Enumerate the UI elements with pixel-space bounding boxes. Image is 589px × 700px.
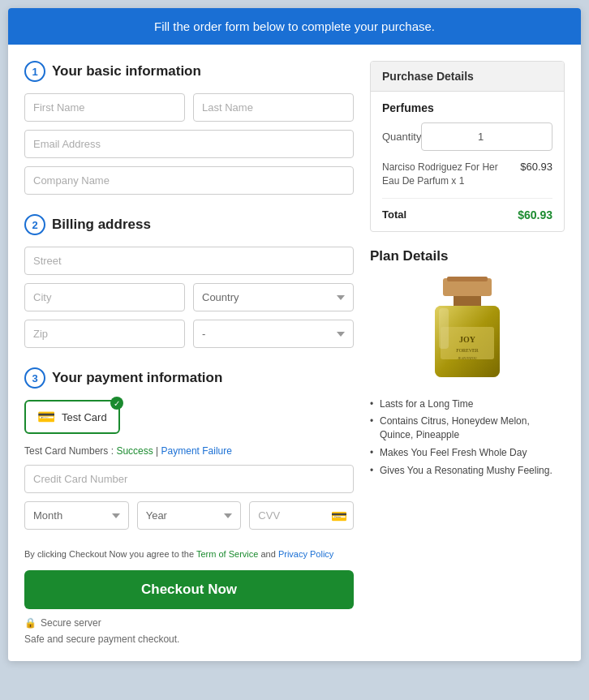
company-input[interactable]: [24, 166, 354, 195]
svg-rect-9: [439, 308, 449, 349]
privacy-link[interactable]: Privacy Policy: [278, 549, 333, 559]
and-text: and: [260, 549, 275, 559]
test-card-label: Test Card Numbers :: [24, 445, 114, 457]
safe-row: Safe and secure payment checkout.: [24, 633, 179, 645]
zip-input[interactable]: [24, 320, 185, 348]
city-input[interactable]: [24, 283, 185, 311]
separator: |: [156, 445, 158, 457]
street-field: [24, 247, 354, 275]
product-category: Perfumes: [382, 101, 552, 114]
purchase-details-body: Perfumes Quantity Narciso Rodriguez For …: [371, 92, 564, 231]
test-card-info: Test Card Numbers : Success | Payment Fa…: [24, 445, 354, 457]
plan-feature-item: Contains Citrus, Honeydew Melon, Quince,…: [370, 414, 565, 442]
card-check-icon: ✓: [110, 397, 123, 410]
quantity-input[interactable]: [421, 122, 552, 151]
section3-title: Your payment information: [52, 370, 222, 386]
name-row: [24, 93, 354, 122]
year-field: Year2024202520262027202820292030: [137, 501, 242, 530]
email-field: [24, 130, 354, 158]
perfume-bottle-image: JOY FOREVER JEAN PATOU: [423, 274, 512, 388]
section1-title: Your basic information: [52, 63, 201, 79]
cvv-card-icon: 💳: [331, 508, 347, 523]
product-name: Narciso Rodriguez For Her Eau De Parfum …: [382, 161, 514, 188]
first-name-field: [24, 93, 185, 122]
city-country-row: Country United States United Kingdom Can…: [24, 283, 354, 311]
last-name-field: [193, 93, 354, 122]
cc-row: [24, 465, 354, 493]
product-row: Narciso Rodriguez For Her Eau De Parfum …: [382, 161, 552, 199]
last-name-input[interactable]: [193, 93, 354, 122]
country-field: Country United States United Kingdom Can…: [193, 283, 354, 311]
total-price: $60.93: [518, 208, 552, 221]
street-input[interactable]: [24, 247, 354, 275]
billing-section: 2 Billing address Country: [24, 214, 354, 348]
purchase-details-header: Purchase Details: [371, 62, 564, 92]
plan-details-title: Plan Details: [370, 248, 565, 264]
secure-row: 🔒 Secure server: [24, 617, 101, 629]
year-select[interactable]: Year2024202520262027202820292030: [137, 501, 242, 530]
section2-title-row: 2 Billing address: [24, 214, 354, 235]
section1-title-row: 1 Your basic information: [24, 61, 354, 82]
step2-circle: 2: [24, 214, 45, 235]
section3-title-row: 3 Your payment information: [24, 367, 354, 389]
city-field: [24, 283, 185, 311]
svg-text:FOREVER: FOREVER: [456, 348, 478, 353]
terms-prefix: By clicking Checkout Now you agree to th…: [24, 549, 194, 559]
payment-section: 3 Your payment information 💳 Test Card ✓…: [24, 367, 354, 530]
plan-features-list: Lasts for a Long TimeContains Citrus, Ho…: [370, 397, 565, 478]
top-banner: Fill the order form below to complete yo…: [8, 8, 581, 45]
total-label: Total: [382, 208, 406, 221]
total-row: Total $60.93: [382, 208, 552, 221]
left-panel: 1 Your basic information: [24, 61, 354, 645]
cc-field: [24, 465, 354, 493]
purchase-details-title: Purchase Details: [382, 70, 474, 83]
terms-link[interactable]: Term of Service: [196, 549, 258, 559]
email-row: [24, 130, 354, 158]
email-input[interactable]: [24, 130, 354, 158]
lock-icon: 🔒: [24, 617, 37, 629]
terms-text: By clicking Checkout Now you agree to th…: [24, 549, 354, 559]
test-card-option[interactable]: 💳 Test Card ✓: [24, 400, 120, 434]
svg-rect-2: [454, 296, 481, 306]
state-field: -: [193, 320, 354, 348]
company-field: [24, 166, 354, 195]
right-panel: Purchase Details Perfumes Quantity Narci…: [370, 61, 565, 645]
cc-input[interactable]: [24, 465, 354, 493]
plan-details: Plan Details JO: [370, 248, 565, 478]
step1-circle: 1: [24, 61, 45, 82]
credit-card-icon: 💳: [37, 408, 55, 426]
quantity-label: Quantity: [382, 131, 421, 143]
basic-info-section: 1 Your basic information: [24, 61, 354, 195]
banner-text: Fill the order form below to complete yo…: [154, 19, 435, 33]
step3-circle: 3: [24, 367, 45, 389]
zip-state-row: -: [24, 320, 354, 348]
svg-text:JEAN PATOU: JEAN PATOU: [458, 356, 476, 360]
quantity-row: Quantity: [382, 122, 552, 151]
plan-feature-item: Makes You Feel Fresh Whole Day: [370, 446, 565, 460]
safe-text: Safe and secure payment checkout.: [24, 633, 179, 645]
country-select[interactable]: Country United States United Kingdom Can…: [193, 283, 354, 311]
success-link[interactable]: Success: [116, 445, 153, 457]
section2-title: Billing address: [52, 217, 151, 233]
plan-feature-item: Gives You a Resonating Mushy Feeling.: [370, 464, 565, 478]
product-price: $60.93: [520, 161, 552, 173]
card-option-label: Test Card: [62, 411, 107, 423]
street-row: [24, 247, 354, 275]
failure-link[interactable]: Payment Failure: [161, 445, 232, 457]
plan-feature-item: Lasts for a Long Time: [370, 397, 565, 411]
main-content: 1 Your basic information: [8, 45, 581, 661]
state-select[interactable]: -: [193, 320, 354, 348]
month-select[interactable]: MonthJanuaryFebruaryMarchAprilMayJuneJul…: [24, 501, 129, 530]
expiry-cvv-row: MonthJanuaryFebruaryMarchAprilMayJuneJul…: [24, 501, 354, 530]
purchase-details-box: Purchase Details Perfumes Quantity Narci…: [370, 61, 565, 232]
checkout-button[interactable]: Checkout Now: [24, 570, 354, 609]
company-row: [24, 166, 354, 195]
svg-text:JOY: JOY: [459, 335, 476, 344]
first-name-input[interactable]: [24, 93, 185, 122]
page-wrapper: Fill the order form below to complete yo…: [8, 8, 581, 661]
zip-field: [24, 320, 185, 348]
cvv-field: 💳: [249, 501, 354, 530]
secure-label: Secure server: [41, 617, 101, 629]
perfume-image-wrapper: JOY FOREVER JEAN PATOU: [370, 274, 565, 388]
month-field: MonthJanuaryFebruaryMarchAprilMayJuneJul…: [24, 501, 129, 530]
